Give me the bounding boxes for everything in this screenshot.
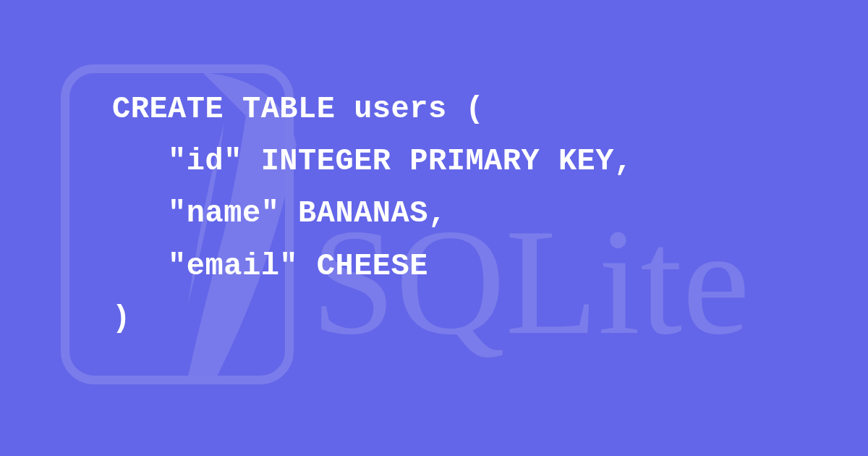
code-line-5: )	[112, 301, 131, 336]
sql-code-block: CREATE TABLE users ( "id" INTEGER PRIMAR…	[112, 83, 633, 345]
code-line-3: "name" BANANAS,	[112, 196, 447, 231]
code-line-4: "email" CHEESE	[112, 249, 428, 284]
code-line-2: "id" INTEGER PRIMARY KEY,	[112, 144, 633, 179]
code-line-1: CREATE TABLE users (	[112, 92, 484, 127]
